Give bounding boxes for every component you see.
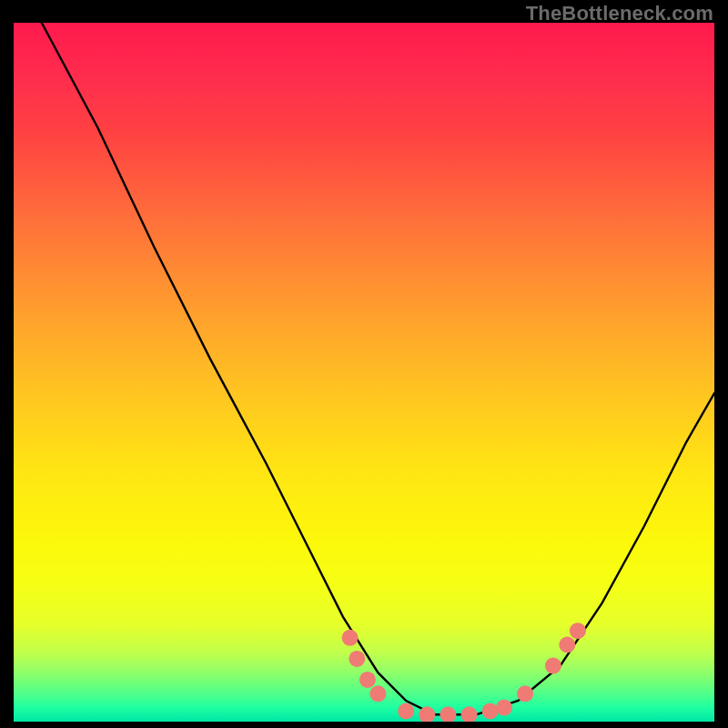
chart-frame	[14, 23, 714, 722]
data-marker	[559, 637, 575, 653]
data-marker	[342, 630, 359, 646]
data-marker	[570, 622, 586, 639]
chart-overlay	[14, 23, 714, 722]
data-marker	[369, 685, 386, 702]
data-marker	[359, 672, 376, 688]
data-marker	[461, 706, 478, 722]
data-marker	[398, 703, 414, 720]
bottleneck-curve	[42, 23, 714, 714]
data-marker	[517, 685, 533, 702]
data-marker	[545, 658, 561, 674]
data-marker	[440, 706, 456, 722]
attribution-text: TheBottleneck.com	[526, 2, 713, 25]
data-marker	[349, 651, 365, 667]
data-marker	[482, 703, 499, 720]
data-marker	[496, 700, 512, 716]
